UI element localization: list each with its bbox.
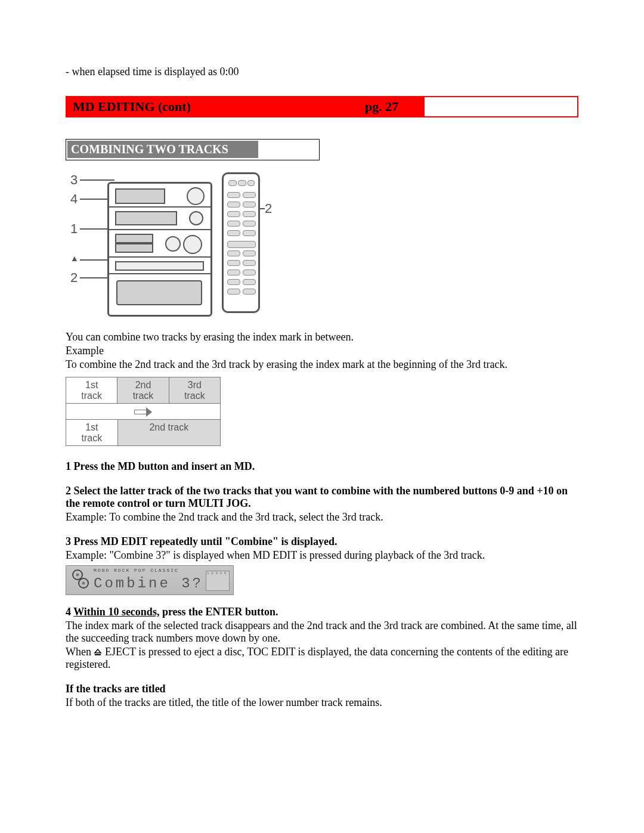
callout-3: 3 — [70, 172, 78, 188]
banner-page: pg. 27 — [359, 97, 425, 116]
device-illustration: 3 4 1 ▲ 2 2 — [66, 164, 268, 319]
step-4-body-2b: EJECT is pressed to eject a disc, TOC ED… — [66, 646, 568, 670]
step-2: 2 Select the latter track of the two tra… — [66, 485, 578, 510]
section-banner: MD EDITING (cont) pg. 27 — [66, 96, 578, 117]
remote-control-icon — [222, 172, 260, 313]
step-3-example: Example: "Combine 3?" is displayed when … — [66, 549, 578, 562]
eject-icon: ▲ — [70, 253, 79, 263]
arrow-down-icon — [66, 404, 221, 420]
step-1: 1 Press the MD button and insert an MD. — [66, 460, 578, 473]
banner-spacer — [425, 97, 577, 116]
callout-1: 1 — [70, 221, 78, 237]
lcd-track-grid: 1 2 3 4 5 — [206, 571, 230, 591]
lcd-top-labels: MONO ROCK POP CLASSIC — [94, 568, 179, 573]
stereo-unit-icon — [107, 182, 212, 317]
step-4: 4 Within 10 seconds, press the ENTER but… — [66, 606, 578, 618]
callout-4: 4 — [70, 191, 78, 207]
tracks-after-row: 1sttrack 2nd track — [66, 420, 221, 446]
track-cell: 2nd track — [118, 420, 220, 445]
eject-icon — [94, 649, 102, 656]
top-line: - when elapsed time is displayed as 0:00 — [66, 66, 578, 78]
track-cell: 3rdtrack — [169, 377, 220, 403]
step-4-underline: Within 10 seconds, — [73, 606, 159, 618]
track-combine-diagram: 1sttrack 2ndtrack 3rdtrack 1sttrack 2nd … — [66, 377, 221, 446]
step-4-prefix: 4 — [66, 606, 73, 618]
subheading: COMBINING TWO TRACKS — [67, 141, 258, 158]
callout-2-left: 2 — [70, 270, 78, 286]
intro-line-2: Example — [66, 345, 578, 357]
subheading-wrap: COMBINING TWO TRACKS — [66, 139, 320, 160]
svg-marker-0 — [95, 649, 101, 653]
step-4-suffix: press the ENTER button. — [159, 606, 278, 618]
intro-line-3: To combine the 2nd track and the 3rd tra… — [66, 358, 578, 371]
lcd-display: MONO ROCK POP CLASSIC Combine 3? 1 2 3 4… — [66, 565, 234, 595]
step-4-body-2a: When — [66, 646, 94, 658]
callout-2-right: 2 — [265, 201, 272, 216]
track-cell: 2ndtrack — [117, 377, 169, 403]
track-cell: 1sttrack — [66, 420, 118, 445]
disc-icon — [72, 569, 89, 590]
step-3: 3 Press MD EDIT repeatedly until "Combin… — [66, 535, 578, 548]
banner-title: MD EDITING (cont) — [67, 97, 359, 116]
tracks-before-row: 1sttrack 2ndtrack 3rdtrack — [66, 377, 221, 404]
page: - when elapsed time is displayed as 0:00… — [0, 0, 644, 764]
intro-line-1: You can combine two tracks by erasing th… — [66, 331, 578, 343]
track-cell: 1sttrack — [66, 377, 117, 403]
step-4-body-2: When EJECT is pressed to eject a disc, T… — [66, 646, 578, 671]
step-4-body-1: The index mark of the selected track dis… — [66, 620, 578, 645]
step-2-example: Example: To combine the 2nd track and th… — [66, 511, 578, 524]
leader-line — [80, 179, 114, 181]
svg-rect-1 — [95, 654, 101, 655]
if-tracks-titled-body: If both of the tracks are titled, the ti… — [66, 696, 578, 709]
leader-line — [80, 259, 107, 261]
leader-line — [80, 228, 107, 230]
if-tracks-titled-heading: If the tracks are titled — [66, 683, 578, 695]
lcd-main-text: Combine 3? — [94, 575, 203, 592]
leader-line — [80, 199, 107, 200]
